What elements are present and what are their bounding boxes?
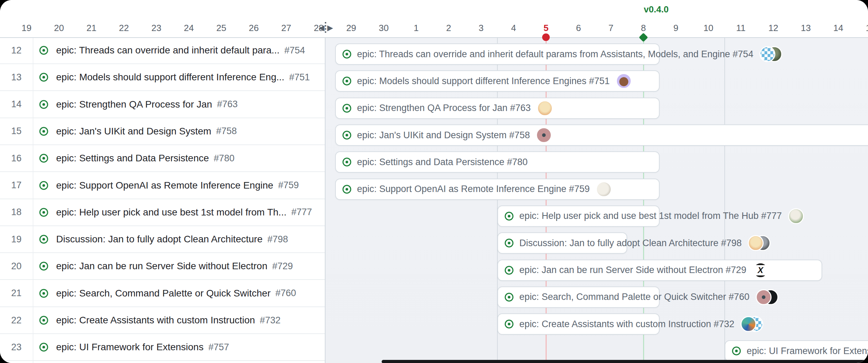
day-label-3: 3 bbox=[478, 23, 483, 33]
avatar[interactable] bbox=[596, 181, 612, 197]
issue-number: #759 bbox=[278, 180, 299, 191]
open-issue-icon bbox=[504, 265, 514, 275]
open-issue-icon bbox=[39, 289, 49, 298]
bar-title: epic: Settings and Data Persistence #780 bbox=[357, 157, 528, 168]
issue-title[interactable]: epic: Models should support different In… bbox=[56, 72, 285, 83]
table-row-22[interactable]: 22epic: Create Assistants with custom In… bbox=[0, 307, 325, 334]
issues-table-panel: 12epic: Threads can override and inherit… bbox=[0, 37, 326, 363]
table-row-13[interactable]: 13epic: Models should support different … bbox=[0, 64, 325, 91]
assignee-avatars[interactable] bbox=[596, 181, 619, 197]
issue-title[interactable]: epic: Jan can be run Server Side without… bbox=[56, 261, 267, 272]
day-label-5: 5 bbox=[544, 23, 548, 33]
day-label-2: 2 bbox=[446, 23, 451, 33]
table-row-23[interactable]: 23epic: UI Framework for Extensions#757 bbox=[0, 334, 325, 361]
avatar[interactable] bbox=[616, 73, 632, 89]
assignee-avatars[interactable] bbox=[760, 46, 782, 62]
timeline-bar-732[interactable]: epic: Create Assistants with custom Inst… bbox=[497, 313, 763, 335]
timeline-bar-754[interactable]: epic: Threads can override and inherit d… bbox=[335, 43, 783, 65]
avatar[interactable] bbox=[788, 208, 804, 224]
bar-title: epic: Models should support different In… bbox=[357, 76, 610, 87]
table-row-19[interactable]: 19Discussion: Jan to fully adopt Clean A… bbox=[0, 226, 325, 253]
table-row-17[interactable]: 17epic: Support OpenAI as Remote Inferen… bbox=[0, 172, 325, 199]
avatar[interactable] bbox=[536, 127, 552, 143]
row-number: 17 bbox=[0, 180, 33, 191]
day-label-23: 23 bbox=[152, 23, 162, 33]
table-row-12[interactable]: 12epic: Threads can override and inherit… bbox=[0, 37, 325, 64]
issue-title[interactable]: epic: Search, Command Palette or Quick S… bbox=[56, 288, 270, 299]
table-row-21[interactable]: 21epic: Search, Command Palette or Quick… bbox=[0, 280, 325, 307]
timeline-bar-758[interactable]: epic: Jan's UIKit and Design System #758 bbox=[335, 124, 559, 146]
open-issue-icon bbox=[732, 346, 741, 356]
issue-title[interactable]: Discussion: Jan to fully adopt Clean Arc… bbox=[56, 234, 262, 245]
bar-title: epic: Search, Command Palette or Quick S… bbox=[519, 292, 750, 302]
day-label-29: 29 bbox=[346, 23, 356, 33]
assignee-avatars[interactable] bbox=[788, 208, 804, 224]
assignee-avatars[interactable] bbox=[537, 100, 560, 116]
assignee-avatars[interactable] bbox=[536, 127, 559, 143]
open-issue-icon bbox=[342, 76, 352, 86]
table-row-16[interactable]: 16epic: Settings and Data Persistence#78… bbox=[0, 145, 325, 172]
issue-title[interactable]: epic: Jan's UIKit and Design System bbox=[56, 126, 211, 137]
day-label-7: 7 bbox=[609, 23, 613, 33]
timeline-bar-798[interactable]: Discussion: Jan to fully adopt Clean Arc… bbox=[497, 232, 771, 254]
open-issue-icon bbox=[504, 238, 514, 248]
assignee-avatars[interactable]: X bbox=[753, 262, 768, 278]
bar-title: epic: Jan's UIKit and Design System #758 bbox=[357, 130, 530, 141]
assignee-avatars[interactable] bbox=[756, 289, 778, 305]
day-label-22: 22 bbox=[119, 23, 129, 33]
issue-title[interactable]: epic: Threads can override and inherit d… bbox=[56, 45, 280, 56]
issue-title[interactable]: epic: UI Framework for Extensions bbox=[56, 342, 204, 353]
open-issue-icon bbox=[39, 127, 49, 136]
day-label-14: 14 bbox=[833, 23, 843, 33]
timeline-bar-760[interactable]: epic: Search, Command Palette or Quick S… bbox=[497, 286, 778, 308]
issue-title[interactable]: epic: Settings and Data Persistence bbox=[56, 153, 209, 164]
issue-title[interactable]: epic: Create Assistants with custom Inst… bbox=[56, 315, 255, 326]
row-number: 16 bbox=[0, 153, 33, 164]
day-label-25: 25 bbox=[216, 23, 226, 33]
table-row-15[interactable]: 15epic: Jan's UIKit and Design System#75… bbox=[0, 118, 325, 145]
open-issue-icon bbox=[39, 342, 49, 352]
row-number: 18 bbox=[0, 207, 33, 218]
avatar[interactable] bbox=[537, 100, 553, 116]
timeline-bar-777[interactable]: epic: Help user pick and use best 1st mo… bbox=[497, 205, 804, 227]
day-label-20: 20 bbox=[54, 23, 64, 33]
timeline-bar-759[interactable]: epic: Support OpenAI as Remote Inference… bbox=[335, 179, 619, 200]
timeline-bar-751[interactable]: epic: Models should support different In… bbox=[335, 70, 632, 92]
timeline-bar-757[interactable]: epic: UI Framework for Extensions #757 bbox=[725, 340, 868, 362]
table-row-20[interactable]: 20epic: Jan can be run Server Side witho… bbox=[0, 253, 325, 280]
table-row-14[interactable]: 14epic: Strengthen QA Process for Jan#76… bbox=[0, 91, 325, 118]
avatar[interactable] bbox=[748, 235, 764, 251]
timeline-bar-763[interactable]: epic: Strengthen QA Process for Jan #763 bbox=[335, 98, 560, 119]
timeline-header[interactable]: 1920212223242526272829301234567891011121… bbox=[0, 0, 868, 38]
today-marker-dot[interactable] bbox=[542, 33, 550, 41]
table-row-18[interactable]: 18epic: Help user pick and use best 1st … bbox=[0, 199, 325, 226]
issue-title[interactable]: epic: Strengthen QA Process for Jan bbox=[56, 99, 212, 110]
bar-title: Discussion: Jan to fully adopt Clean Arc… bbox=[519, 238, 742, 249]
avatar[interactable] bbox=[756, 289, 772, 305]
issue-number: #798 bbox=[267, 234, 288, 245]
assignee-avatars[interactable] bbox=[748, 235, 771, 251]
open-issue-icon bbox=[504, 292, 514, 302]
issue-number: #729 bbox=[272, 261, 293, 272]
open-issue-icon bbox=[39, 100, 49, 109]
avatar[interactable] bbox=[760, 46, 775, 62]
assignee-avatars[interactable] bbox=[741, 316, 763, 332]
day-label-9: 9 bbox=[673, 23, 678, 33]
bar-title: epic: Threads can override and inherit d… bbox=[357, 49, 754, 60]
avatar[interactable]: X bbox=[753, 262, 768, 278]
issue-title[interactable]: epic: Help user pick and use best 1st mo… bbox=[56, 207, 287, 218]
timeline-bar-780[interactable]: epic: Settings and Data Persistence #780 bbox=[335, 151, 528, 173]
day-label-13: 13 bbox=[801, 23, 811, 33]
timeline-bar-729[interactable]: epic: Jan can be run Server Side without… bbox=[497, 260, 768, 281]
avatar[interactable] bbox=[741, 316, 756, 332]
issue-title[interactable]: epic: Support OpenAI as Remote Inference… bbox=[56, 180, 273, 191]
assignee-avatars[interactable] bbox=[616, 73, 632, 89]
day-label-19: 19 bbox=[21, 23, 31, 33]
open-issue-icon bbox=[342, 184, 352, 194]
horizontal-scrollbar-thumb[interactable] bbox=[382, 360, 868, 363]
panel-resize-handle-icon[interactable]: ◀▶ bbox=[319, 22, 332, 34]
milestone-label[interactable]: v0.4.0 bbox=[644, 4, 669, 15]
day-label-24: 24 bbox=[184, 23, 194, 33]
day-label-26: 26 bbox=[249, 23, 259, 33]
row-number: 22 bbox=[0, 315, 33, 326]
